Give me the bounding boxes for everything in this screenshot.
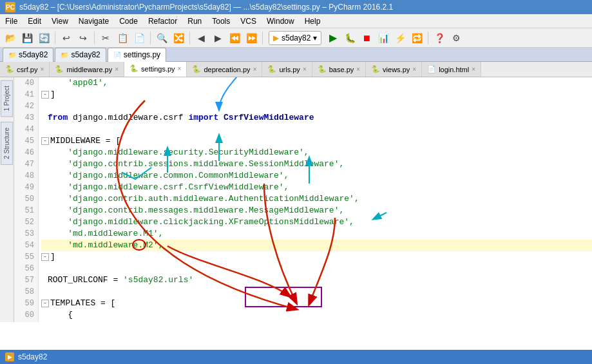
menu-navigate[interactable]: Navigate (73, 15, 114, 27)
settings-btn[interactable]: ⚙ (448, 30, 464, 46)
tab-settings-icon: 🐍 (129, 64, 138, 73)
fold-45[interactable]: - (41, 137, 49, 145)
tab-settings[interactable]: 🐍 settings.py × (124, 62, 187, 77)
code-line-57: ROOT_URLCONF = 's5day82.urls' (41, 274, 592, 286)
menu-edit[interactable]: Edit (23, 15, 46, 27)
run-config-selector[interactable]: ▶ s5day82 ▾ (269, 31, 321, 45)
cut-btn[interactable]: ✂ (98, 30, 113, 46)
tab-csrf[interactable]: 🐍 csrf.py × (0, 62, 50, 77)
code-line-56 (41, 263, 592, 274)
paste-btn[interactable]: 📄 (131, 30, 147, 46)
app-icon: PC (5, 2, 15, 12)
breadcrumb-subproject-name: s5day82 (71, 50, 100, 59)
code-line-54: 'md.middleware.M2', (41, 240, 592, 251)
toolbar: 📂 💾 🔄 ↩ ↪ ✂ 📋 📄 🔍 🔀 ◀ ▶ ⏪ ⏩ ▶ s5day82 ▾ … (0, 28, 592, 48)
menu-tools[interactable]: Tools (207, 15, 235, 27)
tab-login-close[interactable]: × (472, 66, 475, 73)
breadcrumb-project-name: s5day82 (19, 50, 48, 59)
tab-views[interactable]: 🐍 views.py × (366, 62, 422, 77)
code-line-52: 'django.middleware.clickjacking.XFrameOp… (41, 216, 592, 228)
tab-views-close[interactable]: × (412, 66, 416, 73)
folder-icon2: 📁 (61, 52, 68, 59)
open-btn[interactable]: 📂 (3, 30, 18, 46)
code-text-41: ] (50, 89, 55, 101)
title-text: s5day82 – [C:\Users\Administrator\Pychar… (19, 3, 393, 12)
menu-help[interactable]: Help (300, 15, 326, 27)
code-line-55: - ] (41, 251, 592, 263)
tab-base[interactable]: 🐍 base.py × (312, 62, 366, 77)
menu-bar: File Edit View Navigate Code Refactor Ru… (0, 14, 592, 28)
project-panel-tab[interactable]: 1 Project (1, 80, 13, 117)
reload-btn[interactable]: 🔁 (409, 30, 425, 46)
run-btn[interactable]: ▶ (325, 30, 341, 46)
breadcrumb-project[interactable]: 📁 s5day82 (3, 48, 53, 62)
code-editor[interactable]: 'app01', - ] from django.middleware.csrf… (39, 77, 592, 322)
code-line-60: { (41, 309, 592, 321)
menu-run[interactable]: Run (182, 15, 207, 27)
line-numbers: 40 41 42 43 44 45 46 47 48 49 50 51 52 5… (14, 77, 39, 322)
tab-base-close[interactable]: × (356, 66, 360, 73)
stop-btn[interactable]: ⏹ (359, 30, 374, 46)
structure-panel-tab[interactable]: 2 Structure (1, 122, 13, 165)
tab-login-label: login.html (439, 66, 469, 73)
code-line-40: 'app01', (41, 77, 592, 89)
menu-code[interactable]: Code (114, 15, 143, 27)
redo-btn[interactable]: ↪ (75, 30, 91, 46)
breadcrumb-file[interactable]: 📄 settings.py (108, 48, 166, 62)
coverage-btn[interactable]: 📊 (376, 30, 391, 46)
code-text-45: MIDDLEWARE = [ (50, 135, 120, 147)
code-line-58 (41, 286, 592, 298)
fold-41[interactable]: - (41, 91, 49, 99)
tab-login-icon: 📄 (427, 65, 436, 73)
tab-middleware[interactable]: 🐍 middleware.py × (50, 62, 124, 77)
tab-urls-icon: 🐍 (267, 65, 276, 73)
run-label: s5day82 (18, 352, 47, 361)
undo-btn[interactable]: ↩ (59, 30, 74, 46)
menu-view[interactable]: View (46, 15, 73, 27)
code-line-42 (41, 101, 592, 112)
tab-csrf-icon: 🐍 (5, 65, 14, 73)
run-config-name: s5day82 (282, 34, 310, 43)
code-text-40: 'app01', (48, 77, 108, 89)
tab-deprecation-close[interactable]: × (253, 66, 257, 73)
tab-urls-close[interactable]: × (303, 66, 307, 73)
copy-btn[interactable]: 📋 (115, 30, 130, 46)
code-line-44 (41, 124, 592, 135)
tab-urls-label: urls.py (279, 66, 300, 73)
sep1 (55, 32, 55, 44)
sync-btn[interactable]: 🔄 (36, 30, 52, 46)
tab-settings-label: settings.py (141, 65, 175, 73)
code-line-48: 'django.middleware.common.CommonMiddlewa… (41, 170, 592, 182)
tab-deprecation[interactable]: 🐍 deprecation.py × (187, 62, 262, 77)
fold-55[interactable]: - (41, 253, 49, 261)
debug-btn[interactable]: 🐛 (342, 30, 358, 46)
tab-middleware-close[interactable]: × (115, 66, 119, 73)
tab-urls[interactable]: 🐍 urls.py × (262, 62, 312, 77)
menu-file[interactable]: File (0, 15, 23, 27)
code-line-41: - ] (41, 89, 592, 101)
nav-back-btn[interactable]: ◀ (193, 30, 209, 46)
profile-btn[interactable]: ⚡ (392, 30, 408, 46)
help-btn[interactable]: ❓ (432, 30, 447, 46)
tab-settings-close[interactable]: × (178, 65, 182, 72)
nav-fwd2-btn[interactable]: ⏩ (243, 30, 259, 46)
tab-login[interactable]: 📄 login.html × (422, 62, 481, 77)
nav-fwd-btn[interactable]: ▶ (210, 30, 225, 46)
tab-csrf-close[interactable]: × (40, 66, 44, 73)
fold-59[interactable]: - (41, 300, 49, 307)
tab-csrf-label: csrf.py (17, 66, 37, 73)
sep5 (262, 32, 263, 44)
code-line-53: 'md.middleware.M1', (41, 228, 592, 240)
folder-icon: 📁 (8, 52, 16, 59)
sep3 (150, 32, 151, 44)
code-line-47: 'django.contrib.sessions.middleware.Sess… (41, 158, 592, 170)
menu-refactor[interactable]: Refactor (143, 15, 182, 27)
breadcrumb-subproject[interactable]: 📁 s5day82 (55, 48, 106, 62)
sep2 (94, 32, 95, 44)
replace-btn[interactable]: 🔀 (171, 30, 186, 46)
nav-back2-btn[interactable]: ⏪ (227, 30, 242, 46)
search-btn[interactable]: 🔍 (154, 30, 169, 46)
menu-vcs[interactable]: VCS (235, 15, 262, 27)
menu-window[interactable]: Window (262, 15, 300, 27)
save-btn[interactable]: 💾 (19, 30, 35, 46)
